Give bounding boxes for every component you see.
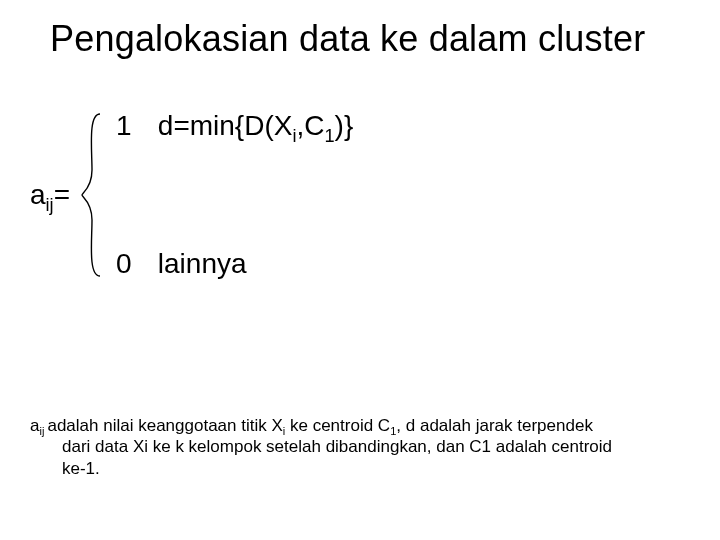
lhs-eq: =	[54, 179, 70, 210]
c1-prefix: d=min{D(X	[158, 110, 293, 141]
fn-line3: ke-1.	[30, 458, 690, 479]
lhs-sub: ij	[46, 195, 54, 215]
fn-d: , d adalah jarak terpendek	[396, 416, 593, 435]
fn-b: adalah nilai keanggotaan titik X	[47, 416, 282, 435]
c1-sub2: 1	[324, 126, 334, 146]
fn-line2: dari data Xi ke k kelompok setelah diban…	[30, 436, 690, 457]
c1-mid: ,C	[296, 110, 324, 141]
piecewise-equation: aij= 1 d=min{D(Xi,C1)} 0 lainnya	[30, 100, 690, 290]
footnote: aij adalah nilai keanggotaan titik Xi ke…	[30, 415, 690, 479]
left-brace	[78, 110, 108, 280]
case-2-cond: lainnya	[158, 248, 247, 279]
case-2: 0 lainnya	[116, 248, 353, 280]
slide-title: Pengalokasian data ke dalam cluster	[50, 18, 690, 60]
equation-cases: 1 d=min{D(Xi,C1)} 0 lainnya	[116, 110, 353, 280]
slide: Pengalokasian data ke dalam cluster aij=…	[0, 0, 720, 540]
equation-lhs: aij=	[30, 179, 70, 211]
case-1-cond: d=min{D(Xi,C1)}	[158, 110, 353, 141]
lhs-var: a	[30, 179, 46, 210]
fn-c: ke centroid C	[285, 416, 390, 435]
brace-icon	[78, 110, 108, 280]
case-2-value: 0	[116, 248, 150, 280]
slide-body: aij= 1 d=min{D(Xi,C1)} 0 lainnya	[30, 100, 690, 290]
c1-suffix: )}	[335, 110, 354, 141]
case-1: 1 d=min{D(Xi,C1)}	[116, 110, 353, 142]
case-1-value: 1	[116, 110, 150, 142]
